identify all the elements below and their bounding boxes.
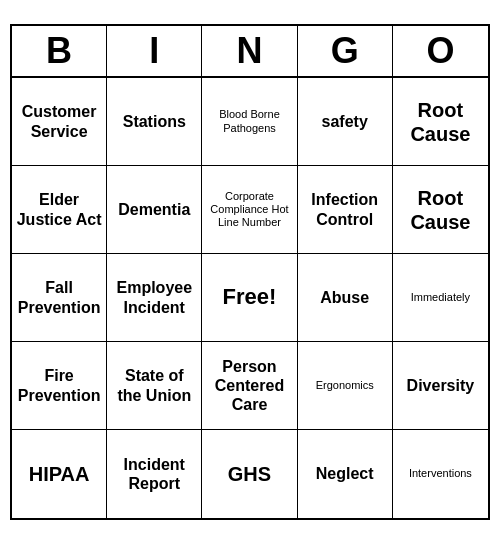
header-letter-O: O xyxy=(393,26,488,76)
bingo-cell-10: Fall Prevention xyxy=(12,254,107,342)
cell-text-14: Immediately xyxy=(411,291,470,304)
cell-text-11: Employee Incident xyxy=(111,278,197,316)
bingo-cell-21: Incident Report xyxy=(107,430,202,518)
bingo-cell-15: Fire Prevention xyxy=(12,342,107,430)
bingo-cell-23: Neglect xyxy=(298,430,393,518)
header-letter-I: I xyxy=(107,26,202,76)
bingo-cell-3: safety xyxy=(298,78,393,166)
bingo-cell-18: Ergonomics xyxy=(298,342,393,430)
bingo-cell-19: Diversity xyxy=(393,342,488,430)
cell-text-24: Interventions xyxy=(409,467,472,480)
bingo-cell-24: Interventions xyxy=(393,430,488,518)
bingo-cell-6: Dementia xyxy=(107,166,202,254)
bingo-cell-9: Root Cause xyxy=(393,166,488,254)
cell-text-10: Fall Prevention xyxy=(16,278,102,316)
cell-text-19: Diversity xyxy=(407,376,475,395)
bingo-cell-16: State of the Union xyxy=(107,342,202,430)
bingo-cell-7: Corporate Compliance Hot Line Number xyxy=(202,166,297,254)
bingo-cell-4: Root Cause xyxy=(393,78,488,166)
cell-text-9: Root Cause xyxy=(397,186,484,234)
bingo-cell-8: Infection Control xyxy=(298,166,393,254)
cell-text-7: Corporate Compliance Hot Line Number xyxy=(206,190,292,230)
bingo-cell-20: HIPAA xyxy=(12,430,107,518)
cell-text-21: Incident Report xyxy=(111,455,197,493)
header-letter-G: G xyxy=(298,26,393,76)
bingo-cell-13: Abuse xyxy=(298,254,393,342)
cell-text-18: Ergonomics xyxy=(316,379,374,392)
bingo-cell-1: Stations xyxy=(107,78,202,166)
cell-text-23: Neglect xyxy=(316,464,374,483)
bingo-cell-22: GHS xyxy=(202,430,297,518)
bingo-card: BINGO Customer ServiceStationsBlood Born… xyxy=(10,24,490,520)
cell-text-0: Customer Service xyxy=(16,102,102,140)
cell-text-4: Root Cause xyxy=(397,98,484,146)
cell-text-16: State of the Union xyxy=(111,366,197,404)
cell-text-22: GHS xyxy=(228,462,271,486)
cell-text-3: safety xyxy=(322,112,368,131)
bingo-header: BINGO xyxy=(12,26,488,78)
bingo-cell-12: Free! xyxy=(202,254,297,342)
cell-text-20: HIPAA xyxy=(29,462,90,486)
cell-text-12: Free! xyxy=(223,284,277,310)
bingo-cell-5: Elder Justice Act xyxy=(12,166,107,254)
cell-text-13: Abuse xyxy=(320,288,369,307)
cell-text-6: Dementia xyxy=(118,200,190,219)
bingo-cell-11: Employee Incident xyxy=(107,254,202,342)
bingo-cell-14: Immediately xyxy=(393,254,488,342)
bingo-cell-0: Customer Service xyxy=(12,78,107,166)
header-letter-N: N xyxy=(202,26,297,76)
cell-text-15: Fire Prevention xyxy=(16,366,102,404)
cell-text-2: Blood Borne Pathogens xyxy=(206,108,292,134)
cell-text-1: Stations xyxy=(123,112,186,131)
bingo-grid: Customer ServiceStationsBlood Borne Path… xyxy=(12,78,488,518)
cell-text-17: Person Centered Care xyxy=(206,357,292,415)
cell-text-8: Infection Control xyxy=(302,190,388,228)
cell-text-5: Elder Justice Act xyxy=(16,190,102,228)
bingo-cell-17: Person Centered Care xyxy=(202,342,297,430)
header-letter-B: B xyxy=(12,26,107,76)
bingo-cell-2: Blood Borne Pathogens xyxy=(202,78,297,166)
